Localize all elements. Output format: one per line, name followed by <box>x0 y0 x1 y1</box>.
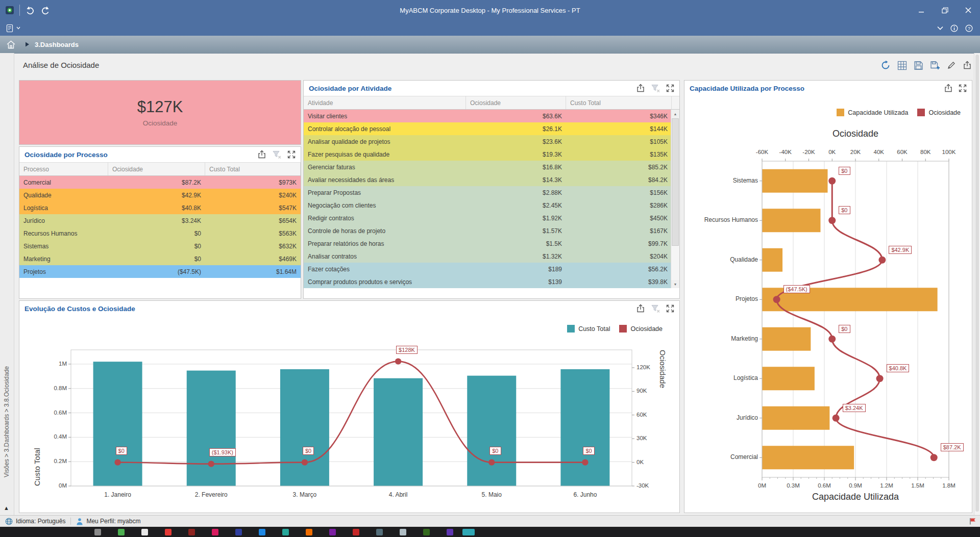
taskbar-app-icon[interactable] <box>188 529 195 535</box>
table-row[interactable]: Logística$40.8K$547K <box>19 201 301 214</box>
taskbar-app-icon[interactable] <box>282 529 289 535</box>
filter-icon[interactable] <box>651 304 660 313</box>
value-cell: $189 <box>466 263 566 275</box>
restore-button[interactable] <box>933 0 957 20</box>
save-icon[interactable] <box>914 61 923 70</box>
filter-icon[interactable] <box>272 150 282 159</box>
expand-icon[interactable] <box>287 150 296 159</box>
nav-strip[interactable]: Visões > 3.Dashboards > 3.8.Ociosidade ▲ <box>0 53 14 515</box>
sidebar-toggle-icon[interactable] <box>6 24 15 33</box>
scroll-down-icon[interactable]: ▼ <box>671 280 679 288</box>
column-header[interactable]: Processo <box>19 163 108 175</box>
export-icon[interactable] <box>257 150 266 159</box>
taskbar[interactable] <box>0 527 980 537</box>
taskbar-app-icon[interactable] <box>423 529 430 535</box>
column-header[interactable]: Custo Total <box>566 96 672 109</box>
user-icon <box>76 518 83 525</box>
taskbar-app-icon[interactable] <box>329 529 336 535</box>
chevron-down-small-icon[interactable] <box>16 27 20 30</box>
column-header[interactable]: Ociosidade <box>108 163 205 175</box>
activity-scrollbar[interactable]: ▲ ▼ <box>671 110 679 288</box>
scroll-up-icon[interactable]: ▲ <box>671 110 679 118</box>
chevron-down-icon[interactable] <box>937 26 943 30</box>
table-row[interactable]: Comercial$87.2K$973K <box>19 176 301 189</box>
export-icon[interactable] <box>944 84 953 93</box>
profile-label: Meu Perfil: myabcm <box>86 518 140 525</box>
row-label-cell: Sistemas <box>19 240 108 252</box>
table-row[interactable]: Negociação com clientes$2.45K$286K <box>304 199 679 212</box>
scrollbar-thumb[interactable] <box>672 118 679 246</box>
scrollbar-thumb[interactable] <box>975 55 979 512</box>
table-row[interactable]: Controlar alocação de pessoal$26.1K$144K <box>304 122 679 135</box>
table-row[interactable]: Fazer pesquisas de qualidade$19.3K$135K <box>304 148 679 161</box>
minimize-button[interactable] <box>910 0 933 20</box>
table-row[interactable]: Visitar clientes$63.6K$346K <box>304 110 679 122</box>
table-row[interactable]: Comprar produtos produtos e serviços$139… <box>304 275 679 288</box>
profile-status[interactable]: Meu Perfil: myabcm <box>71 516 145 527</box>
table-row[interactable]: Redigir contratos$1.92K$450K <box>304 212 679 224</box>
undo-icon[interactable] <box>25 6 35 15</box>
home-icon[interactable] <box>6 40 16 49</box>
taskbar-app-icon[interactable] <box>118 529 125 535</box>
table-row[interactable]: Preparar relatórios de horas$1.5K$99.7K <box>304 237 679 250</box>
table-row[interactable]: Analisar qualidade de projetos$23.6K$105… <box>304 135 679 148</box>
taskbar-app-icon[interactable] <box>306 529 312 535</box>
table-row[interactable]: Fazer cotações$189$56.2K <box>304 263 679 275</box>
redo-icon[interactable] <box>40 6 51 15</box>
refresh-icon[interactable] <box>880 60 891 70</box>
table-row[interactable]: Sistemas$0$632K <box>19 240 301 252</box>
taskbar-app-icon[interactable] <box>165 529 172 535</box>
export-icon[interactable] <box>963 61 972 70</box>
save-add-icon[interactable] <box>930 61 940 70</box>
x-axis-category-label: 2. Fevereiro <box>164 491 258 498</box>
flag-icon[interactable] <box>969 518 976 525</box>
column-header[interactable]: Atividade <box>304 96 466 109</box>
breadcrumb-item[interactable]: 3.Dashboards <box>35 41 79 48</box>
table-row[interactable]: Projetos($47.5K)$1.64M <box>19 265 301 278</box>
value-cell: $450K <box>566 212 672 224</box>
top-axis-tick-label: 40K <box>868 149 890 155</box>
expand-icon[interactable] <box>959 84 967 92</box>
column-header[interactable]: Ociosidade <box>466 96 566 109</box>
table-row[interactable]: Controle de horas de projeto$1.57K$167K <box>304 224 679 237</box>
column-header[interactable]: Custo Total <box>205 163 301 175</box>
legend-swatch-ociosidade <box>619 325 627 333</box>
help-icon[interactable]: ? <box>965 24 973 32</box>
table-row[interactable]: Gerenciar faturas$16.8K$85.2K <box>304 161 679 173</box>
row-label-cell: Qualidade <box>19 189 108 201</box>
table-row[interactable]: Avaliar necessidades das áreas$14.3K$84.… <box>304 173 679 186</box>
table-row[interactable]: Recursos Humanos$0$563K <box>19 227 301 240</box>
bottom-axis-tick-label: 0.3M <box>782 482 804 489</box>
close-button[interactable] <box>957 0 980 20</box>
bottom-axis-tick-label: 1.8M <box>938 482 960 489</box>
expand-icon[interactable] <box>666 304 674 313</box>
table-row[interactable]: Preparar Propostas$2.88K$156K <box>304 186 679 199</box>
taskbar-app-icon[interactable] <box>447 529 453 535</box>
category-label: Jurídico <box>695 414 758 421</box>
export-icon[interactable] <box>636 304 645 313</box>
taskbar-app-icon[interactable] <box>400 529 406 535</box>
taskbar-app-icon[interactable] <box>94 529 101 535</box>
info-icon[interactable] <box>950 24 958 32</box>
page-scrollbar[interactable] <box>974 53 980 515</box>
table-row[interactable]: Marketing$0$469K <box>19 252 301 265</box>
taskbar-active-app-icon[interactable] <box>462 529 475 535</box>
edit-icon[interactable] <box>947 61 956 70</box>
table-row[interactable]: Qualidade$42.9K$240K <box>19 189 301 201</box>
grid-icon[interactable] <box>897 61 907 70</box>
strip-expand-icon[interactable]: ▲ <box>4 505 9 511</box>
taskbar-app-icon[interactable] <box>259 529 265 535</box>
table-row[interactable]: Analisar contratos$1.32K$204K <box>304 250 679 263</box>
filter-icon[interactable] <box>651 84 660 93</box>
kpi-card-ociosidade[interactable]: $127K Ociosidade <box>19 80 301 145</box>
taskbar-app-icon[interactable] <box>141 529 148 535</box>
taskbar-app-icon[interactable] <box>376 529 383 535</box>
taskbar-app-icon[interactable] <box>235 529 242 535</box>
taskbar-app-icon[interactable] <box>353 529 359 535</box>
table-row[interactable]: Jurídico$3.24K$654K <box>19 214 301 227</box>
language-status[interactable]: Idioma: Português <box>0 516 70 527</box>
taskbar-app-icon[interactable] <box>212 529 218 535</box>
export-icon[interactable] <box>636 84 645 93</box>
y-axis-tick-label: 0.8M <box>40 385 67 391</box>
expand-icon[interactable] <box>666 84 674 92</box>
